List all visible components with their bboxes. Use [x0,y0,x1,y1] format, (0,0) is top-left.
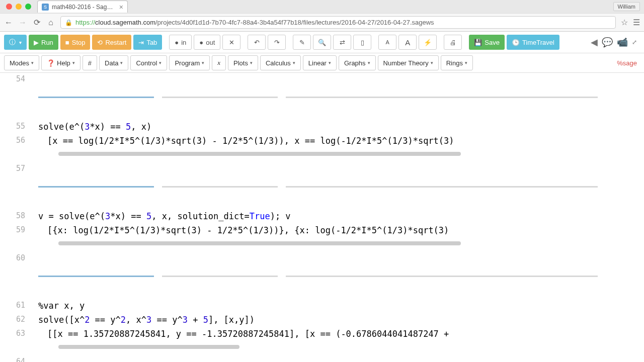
sagemath-favicon: S [42,4,49,11]
url-scheme: https:// [75,19,95,26]
tab-button[interactable]: ⇥Tab [133,35,162,50]
code-61[interactable]: %var x, y [38,299,644,312]
toolbar: ⓘ ▾ ▶ Run ■ Stop ⟲ Restart ⇥Tab ● in ● o… [0,32,644,53]
url-text: https://cloud.sagemath.com/projects/4d0f… [75,19,434,26]
hscrollbar[interactable] [58,241,461,245]
forward-button[interactable]: → [18,18,27,27]
restart-button[interactable]: ⟲ Restart [92,35,131,50]
number-theory-menu[interactable]: Number Theory▾ [378,55,439,70]
line-61[interactable]: 61 %var x, y [0,299,644,313]
scroll-63 [0,341,644,355]
line-62[interactable]: 62 solve([x^2 == y^2, x^3 == y^3 + 5], [… [0,313,644,327]
stop-button[interactable]: ■ Stop [60,35,91,50]
search-button[interactable]: 🔍 [313,35,331,50]
out-toggle[interactable]: ● out [194,35,220,50]
close-window-button[interactable] [6,4,12,10]
expand-icon[interactable]: ⤢ [632,39,637,46]
url-domain: cloud.sagemath.com [95,19,155,26]
run-button[interactable]: ▶ Run [29,35,58,50]
info-button[interactable]: ⓘ ▾ [4,35,27,50]
hscrollbar[interactable] [58,152,461,156]
run-label: Run [41,39,53,46]
window-controls [4,4,31,10]
tt-label: TimeTravel [522,39,554,46]
output-63: [[x == 1.35720887245841, y == -1.3572088… [38,327,644,340]
in-label: in [181,39,186,46]
chat-icons: ◀ 💬 📹 ⤢ [591,37,640,48]
gutter-59: 59 [0,224,31,236]
split-button[interactable]: ▯ [353,35,371,50]
code-55[interactable]: solve(e^(3*x) == 5, x) [38,120,644,133]
line-55[interactable]: 55 solve(e^(3*x) == 5, x) [0,120,644,134]
menu-icon[interactable]: ☰ [633,18,640,27]
url-path: /projects/4d0f1d1d-7b70-4fc7-88a4-3b4a54… [155,19,434,26]
control-menu[interactable]: Control▾ [130,55,167,70]
help-menu[interactable]: ❓ Help▾ [41,55,80,70]
graphs-menu[interactable]: Graphs▾ [339,55,376,70]
hscrollbar[interactable] [58,345,239,349]
home-button[interactable]: ⌂ [46,18,55,27]
linear-menu[interactable]: Linear▾ [303,55,337,70]
line-58[interactable]: 58 v = solve(e^(3*x) == 5, x, solution_d… [0,210,644,224]
data-menu[interactable]: Data▾ [99,55,128,70]
redo-button[interactable]: ↷ [268,35,286,50]
swap-button[interactable]: ⇄ [333,35,351,50]
line-64[interactable]: 64 [0,355,644,362]
video-icon[interactable]: 📹 [617,37,628,48]
line-60[interactable]: 60 [0,252,644,299]
hash-button[interactable]: # [83,55,97,70]
print-button[interactable]: 🖨 [444,35,462,50]
save-button[interactable]: 💾 Save [469,35,505,50]
line-59[interactable]: 59 [{x: log(1/2*I*5^(1/3)*sqrt(3) - 1/2*… [0,224,644,238]
save-label: Save [485,39,500,46]
bolt-button[interactable]: ⚡ [419,35,437,50]
back-button[interactable]: ← [4,18,13,27]
close-tab-icon[interactable]: × [119,3,123,11]
rings-menu[interactable]: Rings▾ [441,55,473,70]
star-icon[interactable]: ☆ [621,18,628,27]
url-box[interactable]: 🔒 https://cloud.sagemath.com/projects/4d… [60,16,616,29]
reload-button[interactable]: ⟳ [32,18,41,27]
edit-button[interactable]: ✎ [293,35,311,50]
gutter-56: 56 [0,134,31,146]
font-decrease-button[interactable]: A [378,35,396,50]
worksheet[interactable]: 54 55 solve(e^(3*x) == 5, x) 56 [x == lo… [0,73,644,362]
tab-title: math480-2016 - SageMat [52,4,116,11]
line-54[interactable]: 54 [0,73,644,120]
program-menu[interactable]: Program▾ [169,55,210,70]
modes-menu[interactable]: Modes▾ [4,55,39,70]
chat-caret-icon[interactable]: ◀ [591,37,598,48]
maximize-window-button[interactable] [25,4,31,10]
browser-chrome: S math480-2016 - SageMat × William ← → ⟳… [0,0,644,32]
line-63[interactable]: 63 [[x == 1.35720887245841, y == -1.3572… [0,327,644,341]
gutter-58: 58 [0,210,31,222]
font-increase-button[interactable]: A [398,35,417,50]
scroll-59 [0,238,644,252]
x-button[interactable]: x [212,55,226,70]
code-62[interactable]: solve([x^2 == y^2, x^3 == y^3 + 5], [x,y… [38,313,644,326]
restart-label: Restart [105,39,126,46]
minimize-window-button[interactable] [16,4,22,10]
stop-label: Stop [72,39,86,46]
close-cell-button[interactable]: ✕ [222,35,240,50]
browser-tab[interactable]: S math480-2016 - SageMat × [37,1,128,13]
timetravel-button[interactable]: 🕒 TimeTravel [507,35,559,50]
gutter-61: 61 [0,299,31,311]
out-label: out [206,39,215,46]
undo-button[interactable]: ↶ [248,35,266,50]
plots-menu[interactable]: Plots▾ [228,55,258,70]
address-bar: ← → ⟳ ⌂ 🔒 https://cloud.sagemath.com/pro… [0,13,644,31]
line-56[interactable]: 56 [x == log(1/2*I*5^(1/3)*sqrt(3) - 1/2… [0,134,644,148]
gutter-60: 60 [0,252,31,264]
in-toggle[interactable]: ● in [169,35,192,50]
calculus-menu[interactable]: Calculus▾ [260,55,301,70]
line-57[interactable]: 57 [0,162,644,210]
gutter-54: 54 [0,73,31,85]
code-58[interactable]: v = solve(e^(3*x) == 5, x, solution_dict… [38,210,644,223]
chat-icon[interactable]: 💬 [602,37,613,48]
gutter-62: 62 [0,313,31,325]
tab-bar: S math480-2016 - SageMat × William [0,0,644,13]
menubar: Modes▾ ❓ Help▾ # Data▾ Control▾ Program▾… [0,53,644,73]
gutter-55: 55 [0,120,31,132]
user-badge[interactable]: William [613,2,640,11]
